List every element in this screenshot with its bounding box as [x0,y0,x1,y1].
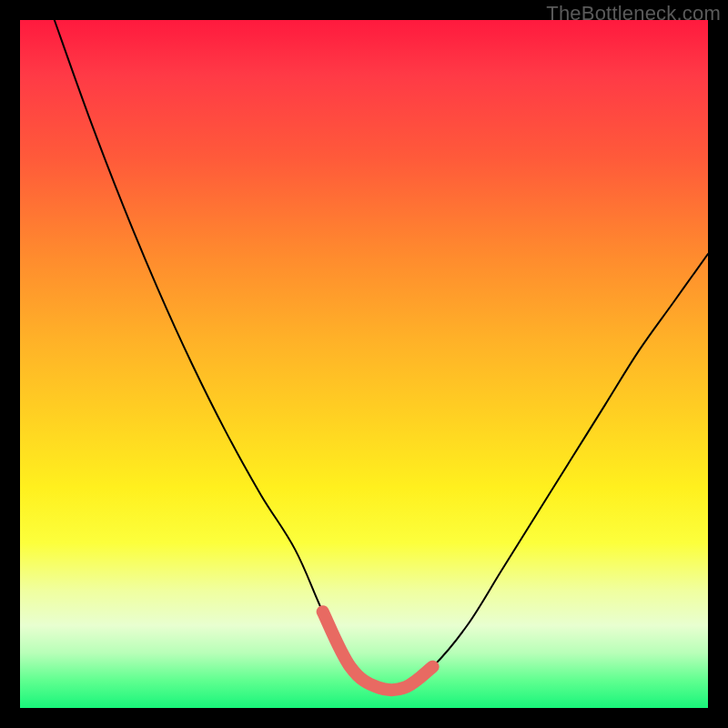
bottleneck-curve [55,20,708,690]
chart-frame: TheBottleneck.com [0,0,728,728]
curve-layer [20,20,708,708]
plot-area [20,20,708,708]
watermark-text: TheBottleneck.com [546,2,721,25]
valley-highlight [323,612,433,690]
